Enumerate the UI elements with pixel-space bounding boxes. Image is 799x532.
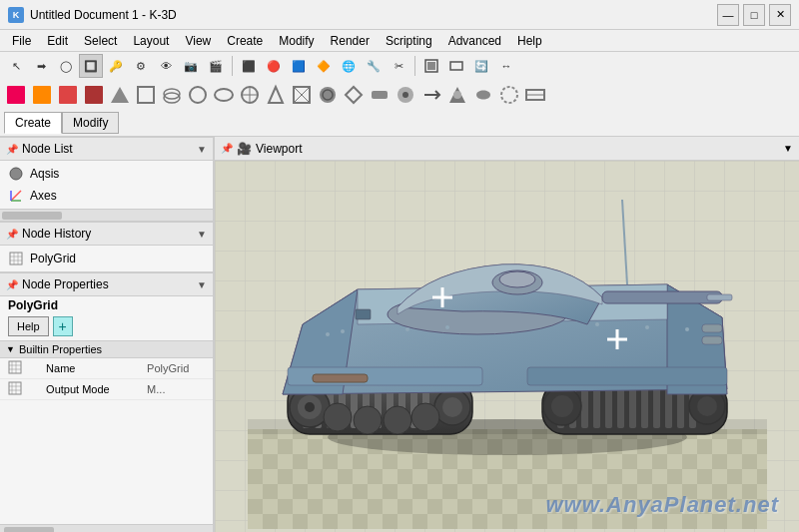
tool-btn-1[interactable]: ↖ xyxy=(4,54,28,78)
svg-point-23 xyxy=(402,92,408,98)
tool-btn-19[interactable]: 🔄 xyxy=(469,54,493,78)
prop-name-label: Name xyxy=(38,358,139,379)
shape-btn-19[interactable] xyxy=(471,83,495,107)
shape-btn-14[interactable] xyxy=(342,83,366,107)
svg-rect-93 xyxy=(527,367,727,385)
tool-btn-5[interactable]: 🔑 xyxy=(104,54,128,78)
tank-container xyxy=(215,161,799,532)
svg-rect-6 xyxy=(85,86,103,104)
tool-btn-16[interactable]: ✂ xyxy=(387,54,410,78)
prop-row-name: Name PolyGrid xyxy=(0,358,213,379)
tool-btn-17[interactable] xyxy=(419,54,443,78)
menu-edit[interactable]: Edit xyxy=(39,31,76,51)
shape-btn-9[interactable] xyxy=(212,83,236,107)
tool-btn-11[interactable]: 🔴 xyxy=(262,54,286,78)
shape-btn-21[interactable] xyxy=(523,83,547,107)
node-history-item-polygrid[interactable]: PolyGrid xyxy=(0,248,213,269)
add-property-button[interactable]: + xyxy=(53,316,73,336)
node-list-pin-icon: 📌 xyxy=(6,144,18,155)
tool-btn-12[interactable]: 🟦 xyxy=(287,54,311,78)
menu-create[interactable]: Create xyxy=(219,31,271,51)
tool-btn-3[interactable]: ◯ xyxy=(54,54,78,78)
svg-marker-15 xyxy=(269,87,283,103)
tool-btn-10[interactable]: ⬛ xyxy=(237,54,261,78)
left-panel: 📌 Node List ▼ Aqsis xyxy=(0,137,215,532)
node-list-scrollbar[interactable] xyxy=(0,209,213,221)
menu-view[interactable]: View xyxy=(177,31,219,51)
svg-rect-1 xyxy=(427,62,435,70)
minimize-button[interactable]: — xyxy=(717,4,739,26)
tab-create[interactable]: Create xyxy=(4,112,62,134)
shape-btn-20[interactable] xyxy=(497,83,521,107)
node-history-title: Node History xyxy=(22,227,193,241)
tool-btn-4[interactable]: 🔲 xyxy=(79,54,103,78)
tool-btn-14[interactable]: 🌐 xyxy=(337,54,361,78)
shape-btn-3[interactable] xyxy=(56,83,80,107)
tool-btn-2[interactable]: ➡ xyxy=(29,54,53,78)
node-list-item-axes[interactable]: Axes xyxy=(0,185,213,207)
tool-btn-15[interactable]: 🔧 xyxy=(362,54,386,78)
shape-btn-12[interactable] xyxy=(290,83,314,107)
node-list-dropdown-icon[interactable]: ▼ xyxy=(197,144,207,155)
svg-rect-38 xyxy=(9,361,21,373)
left-scroll-thumb xyxy=(4,527,54,533)
tool-btn-6[interactable]: ⚙ xyxy=(129,54,153,78)
node-aqsis-label: Aqsis xyxy=(30,167,59,181)
tool-btn-9[interactable]: 🎬 xyxy=(204,54,228,78)
shape-btn-5[interactable] xyxy=(108,83,132,107)
svg-point-91 xyxy=(697,396,717,416)
node-history-dropdown-icon[interactable]: ▼ xyxy=(197,229,207,240)
builtin-properties-header: ▼ Builtin Properties xyxy=(0,340,213,358)
tool-btn-7[interactable]: 👁 xyxy=(154,54,178,78)
shape-btn-15[interactable] xyxy=(368,83,392,107)
shape-btn-4[interactable] xyxy=(82,83,106,107)
menu-scripting[interactable]: Scripting xyxy=(378,31,440,51)
shape-btn-8[interactable] xyxy=(186,83,210,107)
shape-btn-16[interactable] xyxy=(394,83,417,107)
svg-point-109 xyxy=(341,329,345,333)
svg-point-29 xyxy=(10,168,22,180)
node-list-header: 📌 Node List ▼ xyxy=(0,137,213,161)
menu-help[interactable]: Help xyxy=(509,31,550,51)
prop-row-output-mode: Output Mode M... xyxy=(0,379,213,400)
maximize-button[interactable]: □ xyxy=(743,4,765,26)
node-list-item-aqsis[interactable]: Aqsis xyxy=(0,163,213,185)
shape-btn-7[interactable] xyxy=(160,83,184,107)
shape-btn-2[interactable] xyxy=(30,83,54,107)
shape-btn-13[interactable] xyxy=(316,83,340,107)
selected-node-name: PolyGrid xyxy=(0,296,213,314)
tool-btn-8[interactable]: 📷 xyxy=(179,54,203,78)
shape-btn-1[interactable] xyxy=(4,83,28,107)
node-props-dropdown-icon[interactable]: ▼ xyxy=(197,279,207,290)
menu-select[interactable]: Select xyxy=(76,31,125,51)
shape-btn-18[interactable] xyxy=(445,83,469,107)
menu-render[interactable]: Render xyxy=(323,31,378,51)
shape-btn-10[interactable] xyxy=(238,83,262,107)
viewport-dropdown-icon[interactable]: ▼ xyxy=(783,143,793,154)
svg-rect-81 xyxy=(617,387,624,428)
svg-point-10 xyxy=(190,87,206,103)
menu-file[interactable]: File xyxy=(4,31,39,51)
svg-rect-43 xyxy=(9,382,21,394)
svg-line-30 xyxy=(11,191,21,201)
shape-btn-11[interactable] xyxy=(264,83,288,107)
svg-rect-104 xyxy=(707,294,732,300)
svg-rect-83 xyxy=(641,387,648,428)
help-button[interactable]: Help xyxy=(8,316,49,336)
close-button[interactable]: ✕ xyxy=(769,4,791,26)
menu-modify[interactable]: Modify xyxy=(271,31,322,51)
tool-btn-20[interactable]: ↔ xyxy=(494,54,518,78)
toolbar-sep-2 xyxy=(414,56,415,76)
builtin-expand-icon[interactable]: ▼ xyxy=(6,344,15,354)
tool-btn-13[interactable]: 🔶 xyxy=(312,54,336,78)
toolbar-sep-1 xyxy=(232,56,233,76)
shape-btn-6[interactable] xyxy=(134,83,158,107)
svg-point-89 xyxy=(551,395,573,417)
tab-modify[interactable]: Modify xyxy=(62,112,119,134)
tool-btn-18[interactable] xyxy=(444,54,468,78)
shape-btn-17[interactable] xyxy=(419,83,443,107)
left-panel-bottom-scroll[interactable] xyxy=(0,524,213,532)
toolbar-row-2 xyxy=(0,80,799,110)
menu-layout[interactable]: Layout xyxy=(125,31,177,51)
menu-advanced[interactable]: Advanced xyxy=(440,31,509,51)
